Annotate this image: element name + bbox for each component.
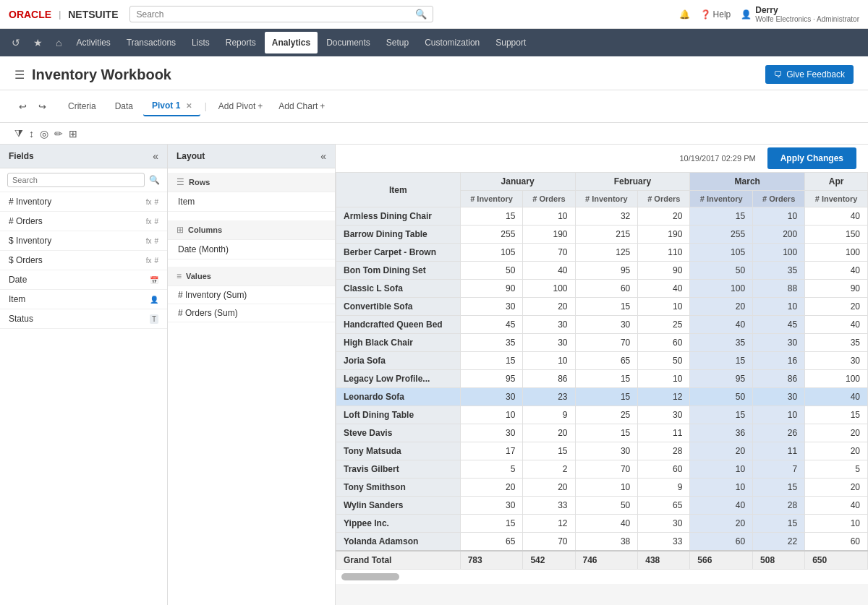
columns-header: ⊞ Columns — [168, 220, 335, 240]
feb-inv-cell: 50 — [575, 497, 638, 515]
search-bar[interactable]: 🔍 — [129, 6, 433, 22]
fields-collapse-button[interactable]: « — [153, 150, 158, 162]
filter-icon[interactable]: ⧩ — [14, 127, 23, 140]
columns-section: ⊞ Columns Date (Month) — [168, 216, 335, 264]
nav-setup[interactable]: Setup — [379, 32, 416, 53]
edit-icon[interactable]: ✏ — [54, 128, 63, 140]
search-input[interactable] — [136, 9, 415, 20]
undo-button[interactable]: ↩ — [14, 98, 31, 115]
field-item-orders-dollar[interactable]: $ Orders fx# — [0, 251, 167, 270]
values-item-orders[interactable]: # Orders (Sum) — [168, 304, 335, 322]
chart-icon[interactable]: ◎ — [40, 128, 48, 140]
add-pivot-button[interactable]: Add Pivot + — [211, 98, 270, 115]
table-row: Yolanda Adamson 65 70 38 33 60 22 60 — [336, 533, 868, 552]
item-cell: Bon Tom Dining Set — [336, 262, 461, 280]
table-row: Leonardo Sofa 30 23 15 12 50 30 40 — [336, 388, 868, 406]
jan-inv-cell: 105 — [460, 244, 523, 262]
rows-item[interactable]: Item — [168, 192, 335, 212]
jan-inv-cell: 90 — [460, 280, 523, 298]
scroll-area[interactable] — [336, 570, 868, 584]
hamburger-icon[interactable]: ☰ — [14, 68, 25, 82]
nav-activities[interactable]: Activities — [69, 32, 117, 53]
grand-total-mar-ord: 508 — [753, 551, 805, 570]
nav-analytics[interactable]: Analytics — [265, 32, 318, 53]
columns-item[interactable]: Date (Month) — [168, 240, 335, 259]
mar-inv-cell: 40 — [690, 497, 753, 515]
mar-ord-cell: 100 — [753, 244, 805, 262]
add-chart-button[interactable]: Add Chart + — [271, 98, 332, 115]
field-item-status[interactable]: Status T — [0, 309, 167, 329]
tab-data[interactable]: Data — [106, 97, 142, 116]
feb-inv-cell: 25 — [575, 406, 638, 424]
main-content: Fields « 🔍 # Inventory fx# # Orders fx# … — [0, 145, 868, 605]
horizontal-scrollbar[interactable] — [341, 573, 399, 580]
apr-inv-cell: 30 — [805, 352, 868, 370]
top-bar: ORACLE | NETSUITE 🔍 🔔 ❓ Help 👤 Derry Wol… — [0, 0, 868, 29]
field-item-item[interactable]: Item 👤 — [0, 290, 167, 309]
field-item-inventory-count[interactable]: # Inventory fx# — [0, 192, 167, 212]
nav-home-icon[interactable]: ⌂ — [50, 33, 67, 53]
jan-inv-cell: 5 — [460, 460, 523, 479]
item-cell: Yippee Inc. — [336, 515, 461, 533]
nav-documents[interactable]: Documents — [319, 32, 378, 53]
mar-ord-cell: 26 — [753, 424, 805, 442]
values-item-inventory[interactable]: # Inventory (Sum) — [168, 286, 335, 304]
grid-icon[interactable]: ⊞ — [69, 128, 77, 140]
notifications-icon[interactable]: 🔔 — [679, 9, 690, 20]
item-cell: Tony Smithson — [336, 479, 461, 497]
apr-inv-cell: 5 — [805, 460, 868, 479]
field-item-inventory-dollar[interactable]: $ Inventory fx# — [0, 231, 167, 251]
sort-icon[interactable]: ↕ — [29, 128, 34, 140]
mar-inv-cell: 60 — [690, 533, 753, 552]
tab-criteria[interactable]: Criteria — [59, 97, 105, 116]
nav-transactions[interactable]: Transactions — [119, 32, 183, 53]
mar-inv-header: # Inventory — [690, 191, 753, 207]
tab-pivot1-close[interactable]: ✕ — [186, 102, 192, 110]
user-info[interactable]: 👤 Derry Wolfe Electronics · Administrato… — [741, 5, 859, 23]
nav-back-icon[interactable]: ↺ — [6, 33, 26, 53]
jan-inv-cell: 15 — [460, 515, 523, 533]
mar-inv-cell: 10 — [690, 479, 753, 497]
jan-inv-cell: 10 — [460, 406, 523, 424]
table-row: Handcrafted Queen Bed 45 30 30 25 40 45 … — [336, 316, 868, 334]
mar-inv-cell: 50 — [690, 262, 753, 280]
feb-inv-header: # Inventory — [575, 191, 638, 207]
feb-inv-cell: 10 — [575, 479, 638, 497]
apr-inv-cell: 40 — [805, 388, 868, 406]
mar-inv-cell: 95 — [690, 370, 753, 388]
table-row: Steve Davis 30 20 15 11 36 26 20 — [336, 424, 868, 442]
field-item-orders-count[interactable]: # Orders fx# — [0, 212, 167, 231]
nav-support[interactable]: Support — [488, 32, 533, 53]
feb-inv-cell: 125 — [575, 244, 638, 262]
redo-button[interactable]: ↪ — [34, 98, 51, 115]
fields-search-input[interactable] — [7, 173, 145, 187]
apr-inv-cell: 35 — [805, 334, 868, 352]
values-section: ≡ Values # Inventory (Sum) # Orders (Sum… — [168, 264, 335, 325]
table-row: Loft Dining Table 10 9 25 30 15 10 15 — [336, 406, 868, 424]
jan-ord-cell: 2 — [523, 460, 575, 479]
jan-ord-cell: 20 — [523, 479, 575, 497]
tab-pivot1[interactable]: Pivot 1 ✕ — [143, 96, 200, 116]
nav-star-icon[interactable]: ★ — [27, 33, 48, 53]
nav-reports[interactable]: Reports — [218, 32, 263, 53]
help-button[interactable]: ❓ Help — [700, 9, 731, 20]
apply-changes-button[interactable]: Apply Changes — [767, 147, 856, 169]
layout-collapse-button[interactable]: « — [320, 150, 326, 162]
mar-inv-cell: 15 — [690, 207, 753, 226]
feb-ord-cell: 12 — [638, 388, 690, 406]
pivot-panel[interactable]: 10/19/2017 02:29 PM Apply Changes Item J… — [336, 145, 868, 605]
mar-ord-cell: 15 — [753, 515, 805, 533]
mar-inv-cell: 100 — [690, 280, 753, 298]
nav-lists[interactable]: Lists — [184, 32, 217, 53]
user-avatar-icon: 👤 — [741, 9, 752, 20]
jan-ord-cell: 40 — [523, 262, 575, 280]
table-row: Legacy Low Profile... 95 86 15 10 95 86 … — [336, 370, 868, 388]
jan-inv-cell: 65 — [460, 533, 523, 552]
table-row: Convertible Sofa 30 20 15 10 20 10 20 — [336, 298, 868, 316]
field-item-date[interactable]: Date 📅 — [0, 270, 167, 290]
nav-customization[interactable]: Customization — [417, 32, 487, 53]
jan-ord-cell: 70 — [523, 533, 575, 552]
apr-inv-cell: 40 — [805, 207, 868, 226]
give-feedback-button[interactable]: 🗨 Give Feedback — [765, 65, 854, 84]
jan-ord-cell: 9 — [523, 406, 575, 424]
